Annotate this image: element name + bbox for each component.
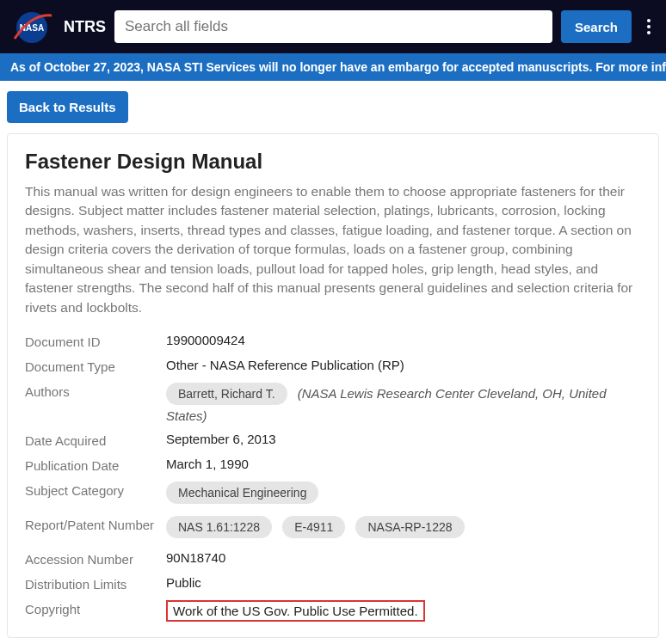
label-date-acquired: Date Acquired — [25, 432, 163, 448]
document-title: Fastener Design Manual — [25, 150, 641, 174]
search-input-wrap — [114, 10, 552, 43]
subject-chip[interactable]: Mechanical Engineering — [166, 481, 318, 504]
more-menu-icon[interactable] — [640, 16, 654, 37]
content-area: Back to Results Fastener Design Manual T… — [0, 81, 666, 644]
report-chip-2[interactable]: NASA-RP-1228 — [355, 516, 464, 538]
search-button[interactable]: Search — [561, 10, 632, 43]
copyright-highlight: Work of the US Gov. Public Use Permitted… — [166, 600, 425, 622]
label-subject-category: Subject Category — [25, 481, 163, 498]
value-publication-date: March 1, 1990 — [166, 457, 641, 471]
label-publication-date: Publication Date — [25, 457, 163, 473]
document-card: Fastener Design Manual This manual was w… — [7, 133, 659, 638]
label-authors: Authors — [25, 383, 163, 399]
value-report-number: NAS 1.61:1228 E-4911 NASA-RP-1228 — [166, 516, 641, 542]
value-authors: Barrett, Richard T. (NASA Lewis Research… — [166, 383, 641, 423]
back-to-results-button[interactable]: Back to Results — [7, 91, 128, 123]
label-document-type: Document Type — [25, 358, 163, 374]
label-document-id: Document ID — [25, 333, 163, 349]
document-abstract: This manual was written for design engin… — [25, 182, 641, 317]
report-chip-0[interactable]: NAS 1.61:1228 — [166, 516, 272, 538]
label-copyright: Copyright — [25, 600, 163, 616]
report-chip-1[interactable]: E-4911 — [282, 516, 345, 538]
value-document-type: Other - NASA Reference Publication (RP) — [166, 358, 641, 372]
value-accession-number: 90N18740 — [166, 550, 641, 565]
value-copyright: Work of the US Gov. Public Use Permitted… — [166, 600, 641, 622]
value-document-id: 19900009424 — [166, 333, 641, 347]
value-subject-category: Mechanical Engineering — [166, 481, 641, 507]
author-chip[interactable]: Barrett, Richard T. — [166, 383, 287, 405]
nasa-logo-icon: NASA — [10, 9, 53, 45]
value-distribution-limits: Public — [166, 575, 641, 590]
app-header: NASA NTRS Search — [0, 0, 666, 53]
search-input[interactable] — [114, 10, 552, 43]
metadata-table: Document ID 19900009424 Document Type Ot… — [25, 333, 641, 622]
announcement-banner: As of October 27, 2023, NASA STI Service… — [0, 53, 666, 81]
value-date-acquired: September 6, 2013 — [166, 432, 641, 446]
label-distribution-limits: Distribution Limits — [25, 575, 163, 592]
brand-label: NTRS — [64, 18, 106, 36]
label-report-number: Report/Patent Number — [25, 516, 163, 532]
label-accession-number: Accession Number — [25, 550, 163, 567]
